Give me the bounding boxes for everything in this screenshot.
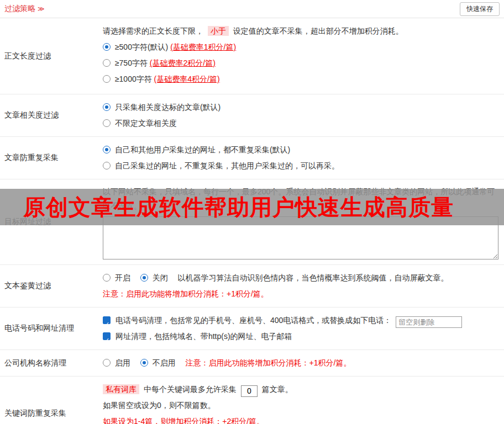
company-cleanup-warning: 注意：启用此功能将增加积分消耗：+1积分/篇。 [186, 358, 351, 367]
length-intro: 请选择需求的正文长度下限， 小于 设定值的文章不采集，超出部分不增加积分消耗。 [103, 23, 498, 39]
relevance-option-any-label[interactable]: 不限定文章相关度 [103, 119, 177, 128]
dedup-option-own-label[interactable]: 自己采集过的网址，不重复采集，其他用户采集过的，可以再采。 [103, 161, 339, 170]
company-disable-radio[interactable] [140, 359, 148, 367]
company-disable-label[interactable]: 不启用 [140, 358, 178, 367]
length-intro-highlight: 小于 [208, 26, 229, 36]
option-text: 网址清理，包括纯域名、带http(s)的网址、电子邮箱 [116, 332, 292, 341]
porn-filter-description: 以机器学习算法自动识别色情内容，当色情概率达到系统阈值，自动屏蔽文章。 [178, 273, 449, 282]
company-enable-label[interactable]: 启用 [103, 358, 133, 367]
porn-off-radio[interactable] [140, 274, 148, 282]
option-text: 不启用 [153, 358, 176, 367]
porn-on-label[interactable]: 开启 [103, 273, 133, 282]
option-text: 只采集相关度达标的文章(默认) [115, 103, 221, 112]
row-label-company: 公司机构名称清理 [0, 350, 98, 376]
dedup-option-all-label[interactable]: 自己和其他用户采集过的网址，都不重复采集(默认) [103, 145, 290, 154]
row-length-filter: 正文长度过滤 请选择需求的正文长度下限， 小于 设定值的文章不采集，超出部分不增… [0, 18, 504, 94]
row-content-length: 请选择需求的正文长度下限， 小于 设定值的文章不采集，超出部分不增加积分消耗。 … [98, 18, 504, 94]
row-dedup-filter: 文章防重复采集 自己和其他用户采集过的网址，都不重复采集(默认) 自己采集过的网… [0, 137, 504, 179]
row-content-relevance: 只采集相关度达标的文章(默认) 不限定文章相关度 [98, 94, 504, 136]
option-text: ≥1000字符 [115, 75, 154, 83]
length-option-500: ≥500字符(默认) (基础费率1积分/篇) [103, 39, 498, 55]
url-cleanup-checkbox[interactable] [103, 332, 111, 340]
url-blacklist-textarea[interactable] [103, 216, 498, 259]
length-intro-post: 设定值的文章不采集，超出部分不增加积分消耗。 [233, 26, 403, 35]
length-option-500-label[interactable]: ≥500字符(默认) (基础费率1积分/篇) [103, 43, 236, 51]
keyword-line1-mid: 中每个关键词最多允许采集 [144, 385, 237, 394]
relevance-option-any: 不限定文章相关度 [103, 115, 498, 131]
length-option-750-radio[interactable] [103, 59, 111, 67]
chevron-double-icon[interactable]: ≫ [38, 5, 45, 13]
dedup-option-all-radio[interactable] [103, 146, 111, 153]
page-title: 过滤策略 ≫ [4, 4, 45, 14]
relevance-option-strict-label[interactable]: 只采集相关度达标的文章(默认) [103, 103, 221, 112]
dedup-option-own: 自己采集过的网址，不重复采集，其他用户采集过的，可以再采。 [103, 158, 498, 174]
row-label-keyword: 关键词防重复采集 [0, 377, 98, 424]
keyword-line1-post: 篇文章。 [262, 385, 293, 394]
dedup-option-all: 自己和其他用户采集过的网址，都不重复采集(默认) [103, 142, 498, 158]
option-text: 启用 [115, 358, 130, 367]
option-text: 电话号码清理，包括常见的手机号、座机号、400电话格式，或替换成如下电话： [116, 316, 391, 325]
option-fee-note: (基础费率2积分/篇) [150, 59, 216, 67]
row-url-filter: 目标网址过滤 以下网站不采集，只填域名，每行一个，最多200个。系统会自动识别并… [0, 179, 504, 265]
phone-cleanup-label[interactable]: 电话号码清理，包括常见的手机号、座机号、400电话格式，或替换成如下电话： [103, 316, 393, 325]
company-enable-radio[interactable] [103, 359, 111, 367]
quick-save-button[interactable]: 快速保存 [460, 2, 500, 16]
phone-cleanup-checkbox[interactable] [103, 316, 111, 324]
dedup-option-own-radio[interactable] [103, 162, 111, 169]
replacement-phone-input[interactable] [396, 316, 462, 328]
porn-on-radio[interactable] [103, 274, 111, 282]
row-content-phone: 电话号码清理，包括常见的手机号、座机号、400电话格式，或替换成如下电话： 网址… [98, 308, 504, 349]
length-option-750-label[interactable]: ≥750字符 (基础费率2积分/篇) [103, 59, 216, 67]
porn-filter-warning: 注意：启用此功能将增加积分消耗：+1积分/篇。 [103, 286, 498, 302]
phone-cleanup-line: 电话号码清理，包括常见的手机号、座机号、400电话格式，或替换成如下电话： [103, 312, 498, 328]
option-text: 不限定文章相关度 [115, 119, 177, 128]
length-intro-pre: 请选择需求的正文长度下限， [103, 26, 203, 35]
option-fee-note: (基础费率1积分/篇) [170, 43, 236, 51]
row-label-porn: 文本鉴黄过滤 [0, 265, 98, 307]
relevance-option-strict: 只采集相关度达标的文章(默认) [103, 99, 498, 115]
max-articles-input[interactable] [241, 385, 258, 397]
length-option-1000-label[interactable]: ≥1000字符 (基础费率4积分/篇) [103, 75, 220, 83]
page-title-text: 过滤策略 [4, 4, 35, 14]
length-option-1000-radio[interactable] [103, 75, 111, 83]
row-relevance-filter: 文章相关度过滤 只采集相关度达标的文章(默认) 不限定文章相关度 [0, 94, 504, 137]
option-text: ≥750字符 [115, 59, 150, 67]
keyword-dedup-line1: 私有词库 中每个关键词最多允许采集 篇文章。 [103, 381, 498, 398]
private-lexicon-highlight: 私有词库 [103, 384, 139, 394]
keyword-dedup-line3: 如果设为1-4篇，则增加积分消耗：+2积分/篇。 [103, 414, 498, 424]
porn-filter-options: 开启 关闭 以机器学习算法自动识别色情内容，当色情概率达到系统阈值，自动屏蔽文章… [103, 270, 498, 286]
option-text: 自己采集过的网址，不重复采集，其他用户采集过的，可以再采。 [115, 161, 339, 170]
row-label-relevance: 文章相关度过滤 [0, 94, 98, 136]
row-label-length: 正文长度过滤 [0, 18, 98, 94]
row-content-porn: 开启 关闭 以机器学习算法自动识别色情内容，当色情概率达到系统阈值，自动屏蔽文章… [98, 265, 504, 307]
row-keyword-dedup: 关键词防重复采集 私有词库 中每个关键词最多允许采集 篇文章。 如果留空或设为0… [0, 377, 504, 424]
option-fee-note: (基础费率4积分/篇) [154, 75, 220, 83]
row-porn-filter: 文本鉴黄过滤 开启 关闭 以机器学习算法自动识别色情内容，当色情概率达到系统阈值… [0, 265, 504, 308]
option-text: 自己和其他用户采集过的网址，都不重复采集(默认) [115, 145, 290, 154]
option-text: ≥500字符(默认) [115, 43, 170, 51]
row-content-keyword: 私有词库 中每个关键词最多允许采集 篇文章。 如果留空或设为0，则不限篇数。 如… [98, 377, 504, 424]
row-company-cleanup: 公司机构名称清理 启用 不启用 注意：启用此功能将增加积分消耗：+1积分/篇。 [0, 350, 504, 377]
keyword-dedup-line2: 如果留空或设为0，则不限篇数。 [103, 398, 498, 414]
page-header: 过滤策略 ≫ 快速保存 [0, 0, 504, 18]
row-content-company: 启用 不启用 注意：启用此功能将增加积分消耗：+1积分/篇。 [98, 350, 504, 376]
row-content-dedup: 自己和其他用户采集过的网址，都不重复采集(默认) 自己采集过的网址，不重复采集，… [98, 137, 504, 179]
row-label-url: 目标网址过滤 [0, 179, 98, 264]
length-option-750: ≥750字符 (基础费率2积分/篇) [103, 55, 498, 71]
option-text: 关闭 [153, 273, 168, 282]
relevance-option-strict-radio[interactable] [103, 103, 111, 111]
row-content-url: 以下网站不采集，只填域名，每行一个，最多200个。系统会自动识别并屏蔽那些非文章… [98, 179, 504, 264]
length-option-1000: ≥1000字符 (基础费率4积分/篇) [103, 71, 498, 87]
row-label-phone: 电话号码和网址清理 [0, 308, 98, 349]
relevance-option-any-radio[interactable] [103, 119, 111, 127]
url-cleanup-line: 网址清理，包括纯域名、带http(s)的网址、电子邮箱 [103, 328, 498, 344]
filter-strategy-page: 过滤策略 ≫ 快速保存 正文长度过滤 请选择需求的正文长度下限， 小于 设定值的… [0, 0, 504, 424]
length-option-500-radio[interactable] [103, 43, 111, 51]
row-label-dedup: 文章防重复采集 [0, 137, 98, 179]
row-phone-cleanup: 电话号码和网址清理 电话号码清理，包括常见的手机号、座机号、400电话格式，或替… [0, 308, 504, 350]
company-cleanup-options: 启用 不启用 注意：启用此功能将增加积分消耗：+1积分/篇。 [103, 355, 498, 371]
url-filter-description: 以下网站不采集，只填域名，每行一个，最多200个。系统会自动识别并屏蔽那些非文章… [103, 184, 498, 213]
url-cleanup-label[interactable]: 网址清理，包括纯域名、带http(s)的网址、电子邮箱 [103, 332, 292, 341]
porn-off-label[interactable]: 关闭 [140, 273, 170, 282]
option-text: 开启 [115, 273, 130, 282]
